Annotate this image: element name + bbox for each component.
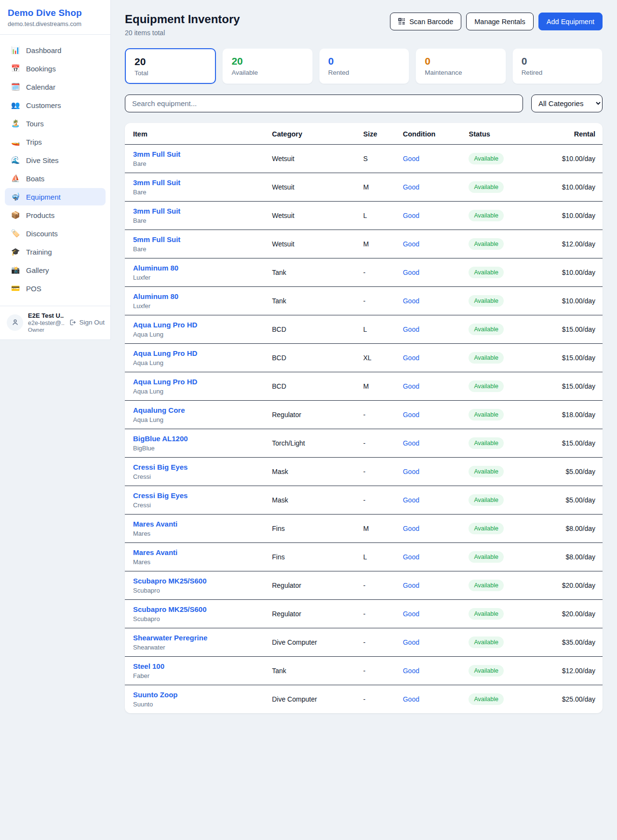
item-name-link[interactable]: Aqua Lung Pro HD	[133, 321, 272, 329]
stat-card[interactable]: 0 Maintenance	[416, 48, 506, 84]
condition-link[interactable]: Good	[403, 439, 419, 447]
stat-card[interactable]: 0 Rented	[319, 48, 409, 84]
page-header-text: Equipment Inventory 20 items total	[125, 13, 240, 37]
item-category: Mask	[272, 486, 363, 515]
sidebar-item[interactable]: 💳 POS	[5, 280, 106, 297]
nav-item-label: Trips	[26, 138, 42, 146]
item-name-link[interactable]: 3mm Full Suit	[133, 150, 272, 158]
item-name-link[interactable]: Suunto Zoop	[133, 691, 272, 699]
item-name-link[interactable]: Scubapro MK25/S600	[133, 605, 272, 613]
nav-item-icon: 🏝️	[11, 119, 20, 128]
sidebar-item[interactable]: 📅 Bookings	[5, 60, 106, 77]
user-block: E2E Test U... e2e-tester@... Owner Sign …	[0, 306, 110, 339]
item-rental: $10.00/day	[540, 258, 603, 287]
item-category: Regulator	[272, 571, 363, 600]
sidebar-item[interactable]: 🌊 Dive Sites	[5, 151, 106, 169]
condition-link[interactable]: Good	[403, 582, 419, 589]
sidebar-item[interactable]: 🚤 Trips	[5, 133, 106, 150]
condition-link[interactable]: Good	[403, 468, 419, 475]
item-name-link[interactable]: 5mm Full Suit	[133, 235, 272, 244]
item-size: -	[363, 685, 402, 714]
status-badge: Available	[469, 665, 504, 677]
main-content: Equipment Inventory 20 items total Sca	[111, 0, 617, 732]
nav-item-icon: 🎓	[11, 247, 20, 256]
item-name-link[interactable]: Aqualung Core	[133, 406, 272, 414]
condition-link[interactable]: Good	[403, 183, 419, 191]
condition-link[interactable]: Good	[403, 525, 419, 532]
item-size: -	[363, 486, 402, 515]
item-size: S	[363, 145, 402, 173]
item-name-link[interactable]: 3mm Full Suit	[133, 178, 272, 187]
sidebar-item[interactable]: 📸 Gallery	[5, 261, 106, 279]
item-category: BCD	[272, 372, 363, 401]
item-name-link[interactable]: Cressi Big Eyes	[133, 463, 272, 471]
item-rental: $15.00/day	[540, 429, 603, 458]
item-name-link[interactable]: Aluminum 80	[133, 264, 272, 272]
condition-link[interactable]: Good	[403, 325, 419, 333]
status-badge: Available	[469, 295, 504, 307]
item-name-link[interactable]: 3mm Full Suit	[133, 207, 272, 215]
table-row: 3mm Full Suit Bare Wetsuit L Good Availa…	[125, 202, 603, 230]
stat-card[interactable]: 0 Retired	[512, 48, 603, 84]
stat-card[interactable]: 20 Total	[125, 48, 216, 84]
column-item: Item	[125, 123, 272, 145]
item-name-link[interactable]: Cressi Big Eyes	[133, 491, 272, 500]
condition-link[interactable]: Good	[403, 297, 419, 305]
item-category: Wetsuit	[272, 230, 363, 258]
item-name-link[interactable]: Aluminum 80	[133, 292, 272, 300]
condition-link[interactable]: Good	[403, 354, 419, 362]
manage-rentals-label: Manage Rentals	[474, 18, 525, 26]
item-category: Tank	[272, 657, 363, 685]
sidebar-item[interactable]: 👥 Customers	[5, 96, 106, 114]
item-name-link[interactable]: BigBlue AL1200	[133, 434, 272, 443]
item-size: L	[363, 315, 402, 344]
column-size: Size	[363, 123, 402, 145]
condition-link[interactable]: Good	[403, 553, 419, 561]
item-brand: Cressi	[133, 501, 272, 509]
item-rental: $18.00/day	[540, 401, 603, 429]
filter-bar: All Categories	[125, 95, 603, 112]
condition-link[interactable]: Good	[403, 269, 419, 276]
add-equipment-button[interactable]: Add Equipment	[538, 13, 603, 30]
manage-rentals-button[interactable]: Manage Rentals	[466, 13, 534, 30]
nav-item-label: Products	[26, 211, 54, 219]
item-name-link[interactable]: Shearwater Peregrine	[133, 634, 272, 642]
condition-link[interactable]: Good	[403, 240, 419, 248]
category-select[interactable]: All Categories	[531, 95, 603, 112]
nav-item-label: POS	[26, 285, 41, 293]
condition-link[interactable]: Good	[403, 155, 419, 163]
sidebar-item[interactable]: 📊 Dashboard	[5, 41, 106, 59]
sidebar-item[interactable]: 🗓️ Calendar	[5, 78, 106, 95]
condition-link[interactable]: Good	[403, 411, 419, 419]
condition-link[interactable]: Good	[403, 667, 419, 675]
brand-block: Demo Dive Shop demo.test.divestreams.com	[0, 0, 110, 35]
brand-domain: demo.test.divestreams.com	[8, 21, 103, 27]
sidebar-item[interactable]: ⛵ Boats	[5, 170, 106, 187]
condition-link[interactable]: Good	[403, 638, 419, 646]
item-name-link[interactable]: Aqua Lung Pro HD	[133, 378, 272, 386]
table-row: Scubapro MK25/S600 Scubapro Regulator - …	[125, 571, 603, 600]
item-name-link[interactable]: Mares Avanti	[133, 548, 272, 556]
stat-card[interactable]: 20 Available	[222, 48, 312, 84]
search-input[interactable]	[125, 95, 523, 112]
item-name-link[interactable]: Aqua Lung Pro HD	[133, 349, 272, 357]
sidebar-item[interactable]: 📦 Products	[5, 206, 106, 224]
sign-out-button[interactable]: Sign Out	[69, 319, 105, 326]
sidebar-item[interactable]: 🏷️ Discounts	[5, 225, 106, 242]
item-size: -	[363, 600, 402, 628]
condition-link[interactable]: Good	[403, 496, 419, 504]
item-name-link[interactable]: Scubapro MK25/S600	[133, 577, 272, 585]
table-row: 3mm Full Suit Bare Wetsuit S Good Availa…	[125, 145, 603, 173]
sidebar-item[interactable]: 🤿 Equipment	[5, 188, 106, 205]
item-brand: Scubapro	[133, 587, 272, 594]
condition-link[interactable]: Good	[403, 212, 419, 219]
item-name-link[interactable]: Steel 100	[133, 662, 272, 670]
item-name-link[interactable]: Mares Avanti	[133, 520, 272, 528]
item-size: -	[363, 429, 402, 458]
sidebar-item[interactable]: 🏝️ Tours	[5, 115, 106, 132]
sidebar-item[interactable]: 🎓 Training	[5, 243, 106, 260]
condition-link[interactable]: Good	[403, 695, 419, 703]
condition-link[interactable]: Good	[403, 610, 419, 618]
scan-barcode-button[interactable]: Scan Barcode	[390, 13, 461, 30]
condition-link[interactable]: Good	[403, 382, 419, 390]
